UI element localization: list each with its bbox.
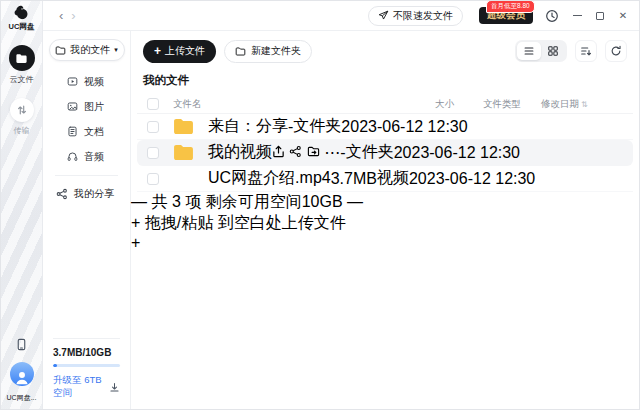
sidebar-item-audio[interactable]: 音频 (43, 144, 130, 169)
fast-send-button[interactable]: 不限速发文件 (368, 6, 463, 26)
divider (53, 338, 120, 339)
divider (55, 175, 118, 176)
move-to-folder-icon[interactable] (307, 144, 324, 161)
upload-label: 上传文件 (165, 44, 205, 58)
file-type: 文件夹 (346, 142, 394, 163)
minimize-button[interactable] (571, 10, 583, 22)
row-checkbox[interactable] (147, 121, 159, 133)
send-icon (378, 10, 389, 21)
sidebar-item-label: 视频 (84, 75, 104, 89)
row-checkbox[interactable] (147, 173, 159, 185)
dropzone[interactable]: + 拖拽/粘贴 到空白处上传文件 (131, 213, 639, 234)
table-row[interactable]: 来自：分享 - 文件夹 2023-06-12 12:30 (137, 114, 633, 140)
rail-item-transfer[interactable]: 传输 (10, 98, 34, 136)
plus-icon: + (131, 234, 140, 251)
vip-promo-badge: 首月低至8.80 (486, 0, 535, 13)
sidebar-item-label: 图片 (84, 100, 104, 114)
nav-back-button[interactable]: ‹ (55, 9, 67, 22)
page-title: 我的文件 (143, 73, 627, 88)
mobile-app-icon[interactable] (15, 337, 28, 355)
dropzone-hint-label: 到空白处上传文件 (218, 214, 346, 231)
list-view-button[interactable] (517, 42, 541, 60)
cloud-folder-icon (9, 45, 35, 71)
my-share-label: 我的分享 (74, 187, 114, 201)
close-button[interactable]: ✕ (617, 10, 629, 22)
file-name[interactable]: 我的视频 (208, 142, 272, 163)
upgrade-link[interactable]: 升级至 6TB 空间 (53, 374, 109, 400)
rail-bottom: UC网盘... (1, 337, 42, 403)
folder-icon (173, 118, 195, 135)
storage-usage: 3.7MB/10GB (53, 347, 120, 358)
sidebar-item-label: 文档 (84, 125, 104, 139)
app-name: UC网盘 (9, 22, 35, 32)
sidebar-item-image[interactable]: 图片 (43, 94, 130, 119)
audio-icon (67, 151, 78, 162)
column-type[interactable]: 文件类型 (483, 98, 541, 111)
storage-panel: 3.7MB/10GB 升级至 6TB 空间 (43, 330, 130, 409)
grid-view-icon (547, 45, 559, 57)
file-date: 2023-06-12 12:30 (341, 118, 467, 136)
video-thumbnail (173, 169, 192, 188)
table-row[interactable]: UC网盘介绍.mp4 3.7MB 视频 2023-06-12 12:30 (137, 166, 633, 192)
column-name[interactable]: 文件名 (173, 98, 435, 111)
share-icon[interactable] (289, 144, 306, 161)
select-all-checkbox[interactable] (147, 98, 159, 110)
sort-arrows-icon: ⇅ (581, 100, 588, 109)
send-out-icon[interactable] (272, 144, 289, 161)
new-folder-button[interactable]: 新建文件夹 (224, 40, 312, 63)
column-date[interactable]: 修改日期 ⇅ (541, 98, 625, 111)
row-actions: ⋯ (272, 143, 340, 162)
download-icon[interactable] (109, 382, 120, 393)
sort-icon (580, 45, 592, 57)
history-clock-icon[interactable] (545, 9, 559, 23)
grid-view-button[interactable] (541, 42, 565, 60)
upload-file-button[interactable]: + 上传文件 (143, 40, 216, 63)
sidebar-item-video[interactable]: 视频 (43, 69, 130, 94)
sidebar-item-label: 音频 (84, 150, 104, 164)
vip-area: 首月低至8.80 超级会员 (479, 7, 533, 24)
refresh-icon (610, 45, 622, 57)
column-size[interactable]: 大小 (435, 98, 483, 111)
transfer-icon (10, 98, 34, 122)
nav-forward-button[interactable]: › (67, 9, 79, 22)
more-icon[interactable]: ⋯ (324, 144, 340, 161)
sidebar: 我的文件 ▾ 视频 图片 文档 (43, 31, 131, 409)
view-toggle (515, 40, 567, 62)
caret-down-icon: ▾ (114, 46, 118, 54)
username[interactable]: UC网盘... (7, 393, 37, 403)
refresh-button[interactable] (605, 40, 627, 62)
sidebar-my-share[interactable]: 我的分享 (43, 182, 130, 206)
folder-icon (235, 46, 246, 57)
table-row[interactable]: 我的视频 ⋯ (137, 140, 633, 166)
add-fab-button[interactable]: + (131, 234, 639, 252)
sort-button[interactable] (575, 40, 597, 62)
document-icon (67, 126, 78, 137)
rail-item-cloud-files[interactable]: 云文件 (9, 45, 35, 85)
list-view-icon (523, 45, 535, 57)
file-date: 2023-06-12 12:30 (394, 144, 520, 162)
row-checkbox[interactable] (147, 147, 159, 159)
main-area: + 上传文件 新建文件夹 (131, 31, 639, 409)
plus-icon: + (131, 214, 140, 231)
toolbar: + 上传文件 新建文件夹 (131, 38, 639, 64)
squirrel-logo-icon (12, 4, 31, 23)
rail-item-label: 传输 (14, 125, 30, 136)
maximize-button[interactable] (594, 10, 606, 22)
file-date: 2023-06-12 12:30 (409, 170, 535, 188)
window-controls: ✕ (571, 10, 629, 22)
file-name[interactable]: UC网盘介绍.mp4 (208, 168, 331, 189)
avatar[interactable] (10, 362, 34, 386)
file-name[interactable]: 来自：分享 (208, 116, 288, 137)
fast-send-label: 不限速发文件 (393, 9, 453, 23)
dropzone-action-label: 拖拽/粘贴 (145, 214, 213, 231)
folder-icon (55, 45, 66, 56)
file-size: 3.7MB (331, 170, 377, 188)
sidebar-my-files[interactable]: 我的文件 ▾ (49, 39, 125, 61)
annotation-highlight (289, 144, 306, 161)
storage-progress-bar (53, 364, 120, 367)
sidebar-item-document[interactable]: 文档 (43, 119, 130, 144)
folder-icon (173, 144, 195, 161)
image-icon (67, 101, 78, 112)
rail-item-label: 云文件 (10, 74, 34, 85)
app-logo: UC网盘 (9, 4, 35, 32)
